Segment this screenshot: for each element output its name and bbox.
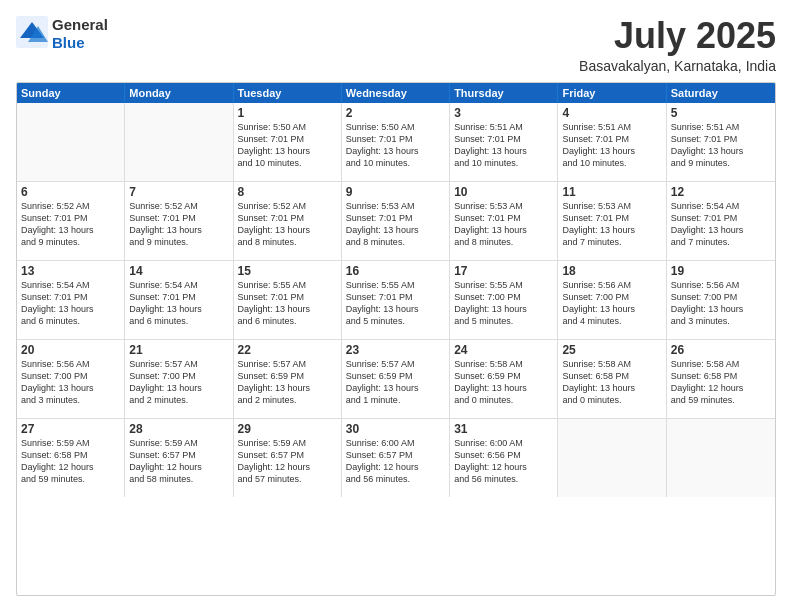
calendar-cell: 15Sunrise: 5:55 AM Sunset: 7:01 PM Dayli… — [234, 261, 342, 339]
calendar-cell: 2Sunrise: 5:50 AM Sunset: 7:01 PM Daylig… — [342, 103, 450, 181]
day-info: Sunrise: 5:52 AM Sunset: 7:01 PM Dayligh… — [129, 200, 228, 249]
calendar-cell: 10Sunrise: 5:53 AM Sunset: 7:01 PM Dayli… — [450, 182, 558, 260]
calendar-cell: 12Sunrise: 5:54 AM Sunset: 7:01 PM Dayli… — [667, 182, 775, 260]
header-cell-sunday: Sunday — [17, 83, 125, 103]
calendar-cell: 20Sunrise: 5:56 AM Sunset: 7:00 PM Dayli… — [17, 340, 125, 418]
day-info: Sunrise: 5:52 AM Sunset: 7:01 PM Dayligh… — [21, 200, 120, 249]
calendar-cell: 9Sunrise: 5:53 AM Sunset: 7:01 PM Daylig… — [342, 182, 450, 260]
header-cell-saturday: Saturday — [667, 83, 775, 103]
day-number: 8 — [238, 185, 337, 199]
calendar-cell: 27Sunrise: 5:59 AM Sunset: 6:58 PM Dayli… — [17, 419, 125, 497]
day-number: 18 — [562, 264, 661, 278]
day-info: Sunrise: 5:59 AM Sunset: 6:57 PM Dayligh… — [129, 437, 228, 486]
calendar-cell: 16Sunrise: 5:55 AM Sunset: 7:01 PM Dayli… — [342, 261, 450, 339]
day-number: 19 — [671, 264, 771, 278]
day-info: Sunrise: 5:58 AM Sunset: 6:58 PM Dayligh… — [671, 358, 771, 407]
calendar-cell: 14Sunrise: 5:54 AM Sunset: 7:01 PM Dayli… — [125, 261, 233, 339]
day-number: 20 — [21, 343, 120, 357]
day-number: 10 — [454, 185, 553, 199]
day-info: Sunrise: 5:57 AM Sunset: 6:59 PM Dayligh… — [346, 358, 445, 407]
day-number: 3 — [454, 106, 553, 120]
calendar-cell: 18Sunrise: 5:56 AM Sunset: 7:00 PM Dayli… — [558, 261, 666, 339]
calendar-cell: 31Sunrise: 6:00 AM Sunset: 6:56 PM Dayli… — [450, 419, 558, 497]
day-number: 12 — [671, 185, 771, 199]
day-info: Sunrise: 5:53 AM Sunset: 7:01 PM Dayligh… — [454, 200, 553, 249]
calendar-cell: 24Sunrise: 5:58 AM Sunset: 6:59 PM Dayli… — [450, 340, 558, 418]
calendar-cell: 22Sunrise: 5:57 AM Sunset: 6:59 PM Dayli… — [234, 340, 342, 418]
header-cell-wednesday: Wednesday — [342, 83, 450, 103]
day-info: Sunrise: 5:59 AM Sunset: 6:58 PM Dayligh… — [21, 437, 120, 486]
day-number: 31 — [454, 422, 553, 436]
calendar-cell: 7Sunrise: 5:52 AM Sunset: 7:01 PM Daylig… — [125, 182, 233, 260]
day-number: 17 — [454, 264, 553, 278]
day-number: 25 — [562, 343, 661, 357]
calendar-cell: 11Sunrise: 5:53 AM Sunset: 7:01 PM Dayli… — [558, 182, 666, 260]
calendar-cell: 19Sunrise: 5:56 AM Sunset: 7:00 PM Dayli… — [667, 261, 775, 339]
page-header: General Blue July 2025 Basavakalyan, Kar… — [16, 16, 776, 74]
calendar-week-4: 20Sunrise: 5:56 AM Sunset: 7:00 PM Dayli… — [17, 340, 775, 419]
calendar-cell: 5Sunrise: 5:51 AM Sunset: 7:01 PM Daylig… — [667, 103, 775, 181]
day-number: 30 — [346, 422, 445, 436]
day-number: 21 — [129, 343, 228, 357]
day-number: 14 — [129, 264, 228, 278]
calendar-cell: 29Sunrise: 5:59 AM Sunset: 6:57 PM Dayli… — [234, 419, 342, 497]
day-info: Sunrise: 5:56 AM Sunset: 7:00 PM Dayligh… — [21, 358, 120, 407]
day-number: 15 — [238, 264, 337, 278]
title-section: July 2025 Basavakalyan, Karnataka, India — [579, 16, 776, 74]
day-info: Sunrise: 5:50 AM Sunset: 7:01 PM Dayligh… — [346, 121, 445, 170]
calendar-cell — [667, 419, 775, 497]
logo: General Blue — [16, 16, 108, 52]
day-info: Sunrise: 5:57 AM Sunset: 7:00 PM Dayligh… — [129, 358, 228, 407]
logo-general: General — [52, 16, 108, 33]
calendar-cell: 21Sunrise: 5:57 AM Sunset: 7:00 PM Dayli… — [125, 340, 233, 418]
calendar-cell: 8Sunrise: 5:52 AM Sunset: 7:01 PM Daylig… — [234, 182, 342, 260]
day-number: 7 — [129, 185, 228, 199]
calendar-cell — [558, 419, 666, 497]
day-number: 24 — [454, 343, 553, 357]
day-number: 11 — [562, 185, 661, 199]
header-cell-monday: Monday — [125, 83, 233, 103]
day-number: 28 — [129, 422, 228, 436]
calendar-body: 1Sunrise: 5:50 AM Sunset: 7:01 PM Daylig… — [17, 103, 775, 497]
day-info: Sunrise: 6:00 AM Sunset: 6:56 PM Dayligh… — [454, 437, 553, 486]
header-cell-thursday: Thursday — [450, 83, 558, 103]
calendar-cell: 30Sunrise: 6:00 AM Sunset: 6:57 PM Dayli… — [342, 419, 450, 497]
day-number: 6 — [21, 185, 120, 199]
day-info: Sunrise: 5:51 AM Sunset: 7:01 PM Dayligh… — [562, 121, 661, 170]
day-info: Sunrise: 5:58 AM Sunset: 6:59 PM Dayligh… — [454, 358, 553, 407]
calendar-week-2: 6Sunrise: 5:52 AM Sunset: 7:01 PM Daylig… — [17, 182, 775, 261]
day-info: Sunrise: 5:55 AM Sunset: 7:01 PM Dayligh… — [346, 279, 445, 328]
calendar-cell — [17, 103, 125, 181]
day-number: 29 — [238, 422, 337, 436]
day-info: Sunrise: 5:56 AM Sunset: 7:00 PM Dayligh… — [562, 279, 661, 328]
day-number: 5 — [671, 106, 771, 120]
calendar: SundayMondayTuesdayWednesdayThursdayFrid… — [16, 82, 776, 596]
logo-blue: Blue — [52, 34, 85, 51]
day-info: Sunrise: 5:54 AM Sunset: 7:01 PM Dayligh… — [21, 279, 120, 328]
day-info: Sunrise: 5:53 AM Sunset: 7:01 PM Dayligh… — [346, 200, 445, 249]
calendar-cell: 28Sunrise: 5:59 AM Sunset: 6:57 PM Dayli… — [125, 419, 233, 497]
day-info: Sunrise: 5:54 AM Sunset: 7:01 PM Dayligh… — [129, 279, 228, 328]
day-number: 4 — [562, 106, 661, 120]
day-info: Sunrise: 5:54 AM Sunset: 7:01 PM Dayligh… — [671, 200, 771, 249]
day-number: 27 — [21, 422, 120, 436]
calendar-cell: 26Sunrise: 5:58 AM Sunset: 6:58 PM Dayli… — [667, 340, 775, 418]
calendar-cell: 4Sunrise: 5:51 AM Sunset: 7:01 PM Daylig… — [558, 103, 666, 181]
day-number: 2 — [346, 106, 445, 120]
day-info: Sunrise: 5:50 AM Sunset: 7:01 PM Dayligh… — [238, 121, 337, 170]
header-cell-friday: Friday — [558, 83, 666, 103]
day-info: Sunrise: 5:59 AM Sunset: 6:57 PM Dayligh… — [238, 437, 337, 486]
day-number: 26 — [671, 343, 771, 357]
day-info: Sunrise: 5:51 AM Sunset: 7:01 PM Dayligh… — [454, 121, 553, 170]
calendar-cell: 17Sunrise: 5:55 AM Sunset: 7:00 PM Dayli… — [450, 261, 558, 339]
day-info: Sunrise: 5:56 AM Sunset: 7:00 PM Dayligh… — [671, 279, 771, 328]
calendar-cell: 1Sunrise: 5:50 AM Sunset: 7:01 PM Daylig… — [234, 103, 342, 181]
day-info: Sunrise: 6:00 AM Sunset: 6:57 PM Dayligh… — [346, 437, 445, 486]
month-title: July 2025 — [579, 16, 776, 56]
calendar-cell: 23Sunrise: 5:57 AM Sunset: 6:59 PM Dayli… — [342, 340, 450, 418]
day-info: Sunrise: 5:57 AM Sunset: 6:59 PM Dayligh… — [238, 358, 337, 407]
day-number: 13 — [21, 264, 120, 278]
day-info: Sunrise: 5:55 AM Sunset: 7:01 PM Dayligh… — [238, 279, 337, 328]
day-info: Sunrise: 5:52 AM Sunset: 7:01 PM Dayligh… — [238, 200, 337, 249]
day-info: Sunrise: 5:53 AM Sunset: 7:01 PM Dayligh… — [562, 200, 661, 249]
